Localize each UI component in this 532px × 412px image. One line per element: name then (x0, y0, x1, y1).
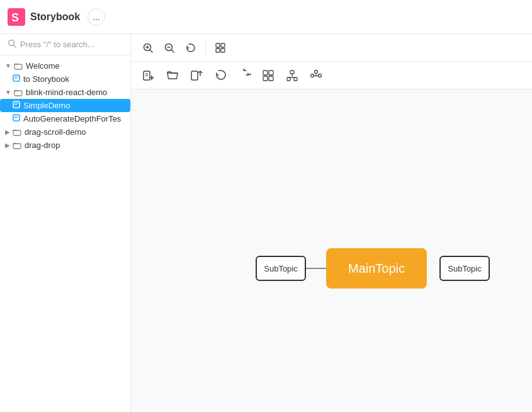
svg-rect-35 (263, 71, 268, 75)
zoom-in-button[interactable] (139, 38, 157, 57)
open-folder-button[interactable] (162, 66, 183, 86)
toolbar-secondary (131, 62, 532, 89)
folder-icon-3 (13, 128, 21, 137)
right-subtopic-node[interactable]: SubTopic (439, 256, 490, 281)
layout-button[interactable] (282, 66, 302, 86)
folder-icon-2 (14, 88, 23, 97)
header-menu-button[interactable]: ... (88, 8, 105, 26)
header: S Storybook ... (0, 0, 532, 34)
svg-rect-15 (13, 130, 21, 135)
svg-point-44 (311, 74, 314, 77)
svg-text:S: S (11, 11, 19, 24)
caret-down-icon-2: ▼ (5, 89, 11, 96)
sidebar-item-to-storybook[interactable]: to Storybook (0, 72, 130, 86)
svg-rect-16 (13, 144, 21, 149)
svg-point-45 (315, 70, 318, 73)
left-subtopic-node[interactable]: SubTopic (256, 256, 306, 281)
svg-rect-37 (263, 76, 268, 81)
mindmap-canvas[interactable]: SubTopic MainTopic SubTopic (131, 89, 532, 412)
sidebar-item-blink-demo-label: blink-mind-react-demo (26, 88, 107, 97)
connect-button[interactable] (306, 66, 326, 86)
fit-screen-button[interactable] (258, 66, 278, 86)
sidebar-item-drag-drop-label: drag-drop (25, 140, 60, 150)
svg-rect-8 (14, 91, 22, 96)
sidebar-item-auto-generate[interactable]: AutoGenerateDepthForTes (0, 112, 130, 125)
redo-button[interactable] (234, 66, 254, 86)
svg-rect-36 (269, 71, 273, 75)
sidebar-item-welcome-label: Welcome (26, 61, 60, 71)
search-icon (8, 39, 16, 50)
main-topic-node[interactable]: MainTopic (326, 248, 427, 289)
toolbar-divider-1 (205, 41, 206, 55)
search-placeholder: Press "/" to search... (20, 40, 94, 49)
main-topic-label: MainTopic (348, 261, 405, 276)
search-bar[interactable]: Press "/" to search... (0, 34, 130, 55)
svg-rect-41 (294, 77, 297, 81)
toolbar-top (131, 34, 532, 62)
canvas-area: SubTopic MainTopic SubTopic (131, 34, 532, 412)
sidebar-item-drag-scroll[interactable]: ▶ drag-scroll-demo (0, 125, 130, 139)
sidebar-item-simple-demo-label: SimpleDemo (23, 101, 70, 110)
sidebar-tree: ▼ Welcome to Storybook ▼ (0, 55, 130, 156)
story-icon-auto-generate (13, 114, 20, 123)
app-title: Storybook (30, 11, 80, 23)
svg-rect-38 (269, 76, 273, 81)
svg-rect-40 (287, 77, 290, 81)
left-subtopic-label: SubTopic (264, 264, 297, 273)
toggle-grid-button[interactable] (211, 38, 230, 57)
undo-button[interactable] (210, 66, 230, 86)
sidebar-item-auto-generate-label: AutoGenerateDepthForTes (23, 114, 121, 123)
sidebar-item-drag-scroll-label: drag-scroll-demo (25, 127, 86, 137)
right-subtopic-label: SubTopic (448, 264, 481, 273)
new-node-button[interactable] (139, 66, 159, 86)
svg-rect-27 (221, 49, 225, 52)
main-layout: Press "/" to search... ▼ Welcome to Stor… (0, 34, 532, 412)
svg-rect-24 (216, 43, 220, 47)
storybook-logo-icon: S (8, 8, 25, 26)
folder-icon (14, 62, 23, 71)
svg-line-18 (150, 50, 153, 52)
caret-right-icon-2: ▶ (5, 142, 10, 149)
svg-point-46 (319, 74, 322, 77)
zoom-out-button[interactable] (160, 38, 179, 57)
sidebar-item-drag-drop[interactable]: ▶ drag-drop (0, 139, 130, 152)
svg-rect-33 (191, 71, 198, 80)
story-icon-simple-demo (13, 101, 20, 110)
story-icon-to-storybook (13, 74, 20, 84)
svg-line-3 (14, 45, 16, 48)
sidebar-item-to-storybook-label: to Storybook (23, 74, 69, 84)
caret-right-icon: ▶ (5, 129, 10, 135)
caret-down-icon: ▼ (5, 62, 11, 69)
svg-rect-39 (290, 71, 294, 74)
logo-area: S Storybook (8, 8, 80, 26)
svg-rect-25 (221, 43, 225, 47)
sidebar: Press "/" to search... ▼ Welcome to Stor… (0, 34, 131, 412)
folder-icon-4 (13, 141, 21, 150)
svg-rect-4 (14, 64, 22, 69)
sidebar-item-simple-demo[interactable]: SimpleDemo (0, 99, 130, 112)
svg-line-22 (172, 50, 174, 52)
export-button[interactable] (186, 66, 207, 86)
reset-zoom-button[interactable] (181, 38, 200, 57)
sidebar-item-blink-demo[interactable]: ▼ blink-mind-react-demo (0, 86, 130, 99)
sidebar-item-welcome[interactable]: ▼ Welcome (0, 59, 130, 72)
svg-rect-26 (216, 49, 220, 52)
